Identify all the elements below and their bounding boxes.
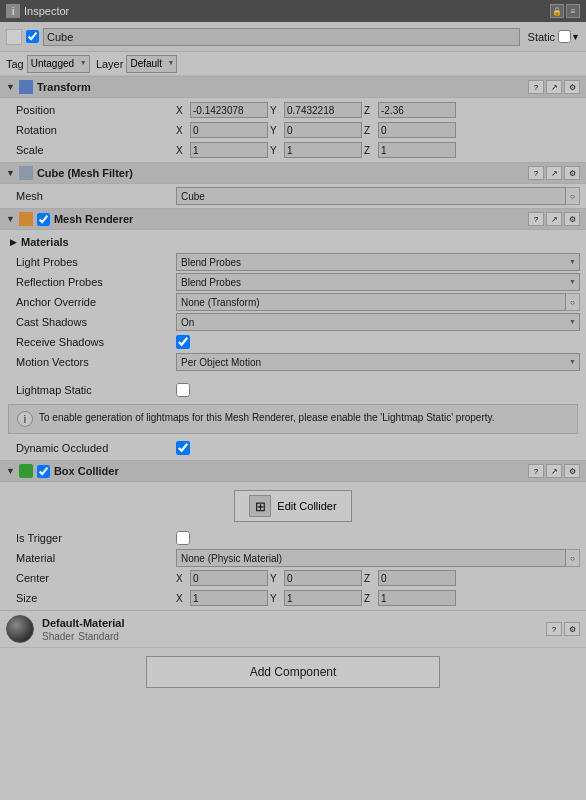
box-collider-ref-btn[interactable]: ? bbox=[528, 464, 544, 478]
size-z-label: Z bbox=[364, 593, 376, 604]
mesh-object-picker[interactable]: ○ bbox=[566, 187, 580, 205]
mesh-renderer-enabled-checkbox[interactable] bbox=[37, 213, 50, 226]
transform-ref-btn[interactable]: ? bbox=[528, 80, 544, 94]
scale-y-input[interactable] bbox=[284, 142, 362, 158]
box-collider-btns: ? ↗ ⚙ bbox=[528, 464, 580, 478]
center-z-label: Z bbox=[364, 573, 376, 584]
size-x-input[interactable] bbox=[190, 590, 268, 606]
is-trigger-label: Is Trigger bbox=[16, 532, 176, 544]
anchor-override-label: Anchor Override bbox=[16, 296, 176, 308]
receive-shadows-value bbox=[176, 335, 580, 349]
static-area: Static ▼ bbox=[528, 30, 580, 43]
mesh-label: Mesh bbox=[16, 190, 176, 202]
box-collider-title: Box Collider bbox=[54, 465, 528, 477]
rotation-label: Rotation bbox=[16, 124, 176, 136]
scale-xyz: X Y Z bbox=[176, 142, 580, 158]
cast-shadows-label: Cast Shadows bbox=[16, 316, 176, 328]
dynamic-occluded-checkbox[interactable] bbox=[176, 441, 190, 455]
box-collider-section-header[interactable]: ▼ Box Collider ? ↗ ⚙ bbox=[0, 460, 586, 482]
scale-z-input[interactable] bbox=[378, 142, 456, 158]
mesh-renderer-icon bbox=[19, 212, 33, 226]
tag-select[interactable]: Untagged bbox=[27, 55, 90, 73]
box-collider-enabled-checkbox[interactable] bbox=[37, 465, 50, 478]
transform-cfg-btn[interactable]: ↗ bbox=[546, 80, 562, 94]
light-probes-select[interactable]: Blend Probes bbox=[176, 253, 580, 271]
center-label: Center bbox=[16, 572, 176, 584]
scale-z-label: Z bbox=[364, 145, 376, 156]
center-xyz: X Y Z bbox=[176, 570, 580, 586]
mesh-field: ○ bbox=[176, 187, 580, 205]
position-row: Position X Y Z bbox=[0, 100, 586, 120]
mesh-filter-ref-btn[interactable]: ? bbox=[528, 166, 544, 180]
material-header: Default-Material Shader Standard ? ⚙ bbox=[0, 611, 586, 647]
mesh-renderer-gear-btn[interactable]: ⚙ bbox=[564, 212, 580, 226]
dynamic-occluded-label: Dynamic Occluded bbox=[16, 442, 176, 454]
size-y-input[interactable] bbox=[284, 590, 362, 606]
mesh-filter-cfg-btn[interactable]: ↗ bbox=[546, 166, 562, 180]
center-x-input[interactable] bbox=[190, 570, 268, 586]
materials-arrow[interactable]: ▶ bbox=[10, 237, 17, 247]
mesh-renderer-cfg-btn[interactable]: ↗ bbox=[546, 212, 562, 226]
inspector-title: Inspector bbox=[24, 5, 69, 17]
mesh-value-input[interactable] bbox=[176, 187, 566, 205]
mesh-filter-gear-btn[interactable]: ⚙ bbox=[564, 166, 580, 180]
reflection-probes-field[interactable]: Blend Probes bbox=[176, 273, 580, 291]
menu-button[interactable]: ≡ bbox=[566, 4, 580, 18]
pos-z-input[interactable] bbox=[378, 102, 456, 118]
box-collider-icon bbox=[19, 464, 33, 478]
light-probes-field[interactable]: Blend Probes bbox=[176, 253, 580, 271]
rot-x-input[interactable] bbox=[190, 122, 268, 138]
rot-z-label: Z bbox=[364, 125, 376, 136]
mesh-filter-section-header[interactable]: ▼ Cube (Mesh Filter) ? ↗ ⚙ bbox=[0, 162, 586, 184]
reflection-probes-select[interactable]: Blend Probes bbox=[176, 273, 580, 291]
lock-button[interactable]: 🔒 bbox=[550, 4, 564, 18]
pos-y-input[interactable] bbox=[284, 102, 362, 118]
box-collider-gear-btn[interactable]: ⚙ bbox=[564, 464, 580, 478]
cast-shadows-field[interactable]: On bbox=[176, 313, 580, 331]
add-component-area: Add Component bbox=[0, 647, 586, 696]
motion-vectors-select[interactable]: Per Object Motion bbox=[176, 353, 580, 371]
transform-section-header[interactable]: ▼ Transform ? ↗ ⚙ bbox=[0, 76, 586, 98]
object-active-checkbox[interactable] bbox=[26, 30, 39, 43]
anchor-override-picker[interactable]: ○ bbox=[566, 293, 580, 311]
mesh-renderer-section-header[interactable]: ▼ Mesh Renderer ? ↗ ⚙ bbox=[0, 208, 586, 230]
receive-shadows-checkbox[interactable] bbox=[176, 335, 190, 349]
mesh-renderer-ref-btn[interactable]: ? bbox=[528, 212, 544, 226]
transform-gear-btn[interactable]: ⚙ bbox=[564, 80, 580, 94]
object-name-input[interactable] bbox=[43, 28, 520, 46]
box-collider-body: ⊞ Edit Collider Is Trigger Material ○ Ce… bbox=[0, 482, 586, 610]
dynamic-occluded-value bbox=[176, 441, 580, 455]
static-checkbox[interactable] bbox=[558, 30, 571, 43]
motion-vectors-field[interactable]: Per Object Motion bbox=[176, 353, 580, 371]
static-dropdown-arrow[interactable]: ▼ bbox=[571, 32, 580, 42]
is-trigger-checkbox[interactable] bbox=[176, 531, 190, 545]
layer-select-wrap[interactable]: Default bbox=[126, 55, 177, 73]
box-collider-cfg-btn[interactable]: ↗ bbox=[546, 464, 562, 478]
scale-label: Scale bbox=[16, 144, 176, 156]
anchor-override-input[interactable] bbox=[176, 293, 566, 311]
tag-select-wrap[interactable]: Untagged bbox=[27, 55, 90, 73]
collider-material-picker[interactable]: ○ bbox=[566, 549, 580, 567]
title-bar: i Inspector 🔒 ≡ bbox=[0, 0, 586, 22]
receive-shadows-label: Receive Shadows bbox=[16, 336, 176, 348]
rot-z-input[interactable] bbox=[378, 122, 456, 138]
add-component-button[interactable]: Add Component bbox=[146, 656, 440, 688]
size-z-input[interactable] bbox=[378, 590, 456, 606]
scale-x-input[interactable] bbox=[190, 142, 268, 158]
mesh-filter-body: Mesh ○ bbox=[0, 184, 586, 208]
rot-y-input[interactable] bbox=[284, 122, 362, 138]
lightmap-static-checkbox[interactable] bbox=[176, 383, 190, 397]
center-z-input[interactable] bbox=[378, 570, 456, 586]
pos-x-input[interactable] bbox=[190, 102, 268, 118]
material-ref-btn[interactable]: ? bbox=[546, 622, 562, 636]
layer-select[interactable]: Default bbox=[126, 55, 177, 73]
edit-collider-button[interactable]: ⊞ Edit Collider bbox=[234, 490, 351, 522]
object-header: Static ▼ bbox=[0, 22, 586, 52]
cast-shadows-select[interactable]: On bbox=[176, 313, 580, 331]
center-y-input[interactable] bbox=[284, 570, 362, 586]
material-gear-btn[interactable]: ⚙ bbox=[564, 622, 580, 636]
collider-material-field: ○ bbox=[176, 549, 580, 567]
collider-material-input[interactable] bbox=[176, 549, 566, 567]
mesh-filter-arrow: ▼ bbox=[6, 168, 15, 178]
edit-collider-label: Edit Collider bbox=[277, 500, 336, 512]
